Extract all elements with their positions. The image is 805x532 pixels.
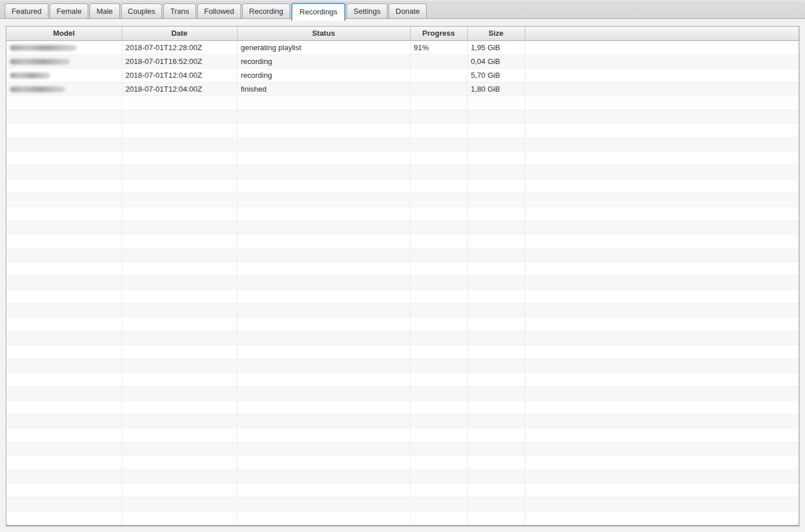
cell-status [237,165,410,179]
cell-filler [525,442,799,455]
cell-model [6,165,122,179]
cell-filler [525,455,799,469]
cell-progress [410,511,467,525]
empty-row [6,110,799,123]
cell-model [6,123,122,137]
cell-size [467,469,525,483]
cell-progress [410,303,467,317]
cell-status [237,289,410,303]
cell-filler [525,497,799,511]
cell-status [237,206,410,220]
cell-filler [525,137,799,151]
cell-date [122,497,237,511]
column-header-model[interactable]: Model [6,27,122,40]
cell-model [6,234,122,248]
empty-row [6,455,799,469]
cell-progress [410,414,467,428]
cell-status [237,483,410,497]
cell-model [6,179,122,193]
cell-progress [410,54,467,68]
cell-filler [525,331,799,345]
cell-model [6,400,122,414]
cell-filler [525,220,799,234]
empty-row [6,400,799,414]
empty-row [6,248,799,262]
cell-model [6,483,122,497]
cell-status [237,248,410,262]
empty-row [6,386,799,400]
tab-followed[interactable]: Followed [197,3,241,18]
cell-model [6,40,122,54]
cell-status [237,96,410,110]
cell-date [122,331,237,345]
cell-filler [525,82,799,96]
column-header-status[interactable]: Status [237,27,410,40]
cell-filler [525,206,799,220]
cell-status [237,511,410,525]
cell-size [467,289,525,303]
recording-row[interactable]: 2018-07-01T12:04:00Zrecording5,70 GiB [6,68,799,82]
empty-row [6,123,799,137]
cell-date [122,359,237,372]
cell-progress [410,317,467,331]
recording-row[interactable]: 2018-07-01T12:04:00Zfinished1,80 GiB [6,82,799,96]
cell-size [467,262,525,276]
tab-female[interactable]: Female [50,3,88,18]
cell-size [467,276,525,289]
column-header-progress[interactable]: Progress [410,27,467,40]
cell-progress [410,289,467,303]
tab-recording[interactable]: Recording [242,3,290,18]
cell-status [237,193,410,206]
empty-row [6,137,799,151]
cell-date [122,345,237,359]
tab-male[interactable]: Male [89,3,119,18]
tab-donate[interactable]: Donate [389,3,427,18]
cell-size: 5,70 GiB [467,68,525,82]
cell-filler [525,40,799,54]
column-header-size[interactable]: Size [467,27,525,40]
cell-date [122,123,237,137]
cell-model [6,96,122,110]
cell-date [122,248,237,262]
cell-status [237,137,410,151]
cell-model [6,414,122,428]
cell-size [467,303,525,317]
cell-status [237,123,410,137]
cell-progress [410,386,467,400]
cell-model [6,428,122,442]
tab-couples[interactable]: Couples [121,3,163,18]
cell-filler [525,469,799,483]
recordings-table: ModelDateStatusProgressSize 2018-07-01T1… [6,27,799,525]
empty-row [6,276,799,289]
cell-progress [410,483,467,497]
cell-date [122,110,237,123]
cell-status [237,110,410,123]
recording-row[interactable]: 2018-07-01T12:28:00Zgenerating playlist9… [6,40,799,54]
cell-filler [525,317,799,331]
cell-status [237,317,410,331]
cell-status [237,372,410,386]
empty-row [6,442,799,455]
column-header-date[interactable]: Date [122,27,237,40]
tab-featured[interactable]: Featured [5,3,48,18]
cell-model [6,276,122,289]
recording-row[interactable]: 2018-07-01T16:52:00Zrecording0,04 GiB [6,54,799,68]
redacted-model-name [10,59,70,65]
cell-model [6,455,122,469]
cell-size [467,414,525,428]
cell-date [122,262,237,276]
cell-progress [410,331,467,345]
cell-model [6,345,122,359]
cell-progress [410,110,467,123]
cell-size [467,386,525,400]
cell-filler [525,386,799,400]
tab-trans[interactable]: Trans [163,3,196,18]
table-header-row: ModelDateStatusProgressSize [6,27,799,40]
cell-progress: 91% [410,40,467,54]
cell-status [237,276,410,289]
tab-settings[interactable]: Settings [347,3,388,18]
cell-size [467,165,525,179]
cell-status [237,428,410,442]
table-body: 2018-07-01T12:28:00Zgenerating playlist9… [6,40,799,525]
tab-recordings[interactable]: Recordings [291,3,345,21]
